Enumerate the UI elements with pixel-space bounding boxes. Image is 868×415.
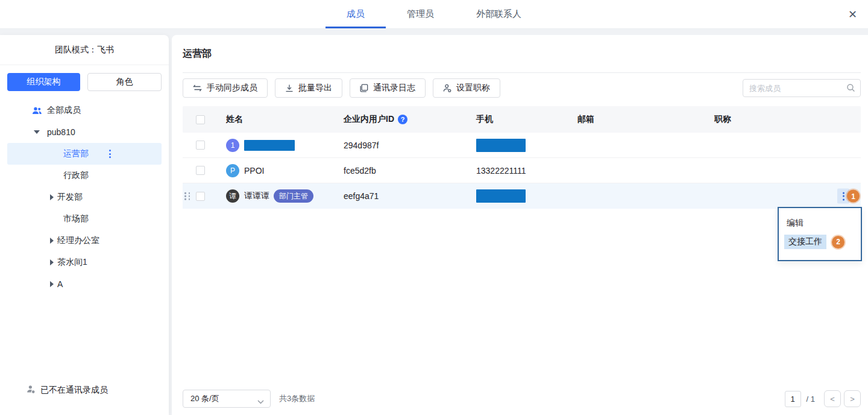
user-id-value: 294d987f [344, 141, 379, 150]
sidebar-item-tearoom1[interactable]: 茶水间1 [7, 252, 162, 273]
tab-external-contacts[interactable]: 外部联系人 [455, 0, 542, 28]
menu-item-handover-row: 交接工作 2 [784, 235, 861, 249]
table-header: 姓名 企业内用户ID ? 手机 邮箱 职称 [183, 106, 861, 133]
sidebar-item-operations-dept[interactable]: 运营部 [7, 143, 162, 165]
tree-label: 茶水间1 [57, 257, 87, 268]
active-tab-underline [326, 27, 386, 28]
user-id-value: eefg4a71 [344, 191, 379, 201]
sidebar-item-all-members[interactable]: 全部成员 [7, 100, 162, 121]
chevron-right-icon[interactable] [50, 194, 57, 200]
member-name: PPOI [244, 166, 264, 176]
header-email: 邮箱 [577, 114, 594, 125]
sidebar-item-pub810[interactable]: pub810 [7, 121, 162, 143]
close-icon[interactable]: ✕ [848, 9, 857, 20]
next-page-button[interactable]: > [844, 390, 861, 407]
menu-item-handover[interactable]: 交接工作 [784, 235, 826, 249]
total-count-label: 共3条数据 [279, 393, 315, 404]
tree-label: 经理办公室 [57, 235, 99, 246]
row-checkbox[interactable] [196, 166, 205, 175]
sidebar-item-manager-office[interactable]: 经理办公室 [7, 230, 162, 252]
redacted-name [244, 140, 295, 151]
content-area: 团队模式：飞书 组织架构 角色 全部成员 pub810 运营部 行政部 [0, 29, 868, 415]
chevron-right-icon[interactable] [50, 281, 57, 287]
page-size-select[interactable]: 20 条/页 [183, 390, 271, 408]
table-row[interactable]: 谭 谭谭谭 部门主管 eefg4a71 1 [183, 183, 861, 209]
table-row[interactable]: 1 294d987f [183, 133, 861, 158]
search-icon [846, 83, 855, 95]
chevron-down-icon[interactable] [31, 130, 42, 134]
org-tree: 全部成员 pub810 运营部 行政部 开发部 市场部 [0, 100, 169, 295]
pager: / 1 < > [785, 390, 861, 407]
chevron-right-icon[interactable] [50, 259, 57, 265]
sidebar: 团队模式：飞书 组织架构 角色 全部成员 pub810 运营部 行政部 [0, 35, 169, 415]
team-mode-label: 团队模式：飞书 [0, 35, 169, 65]
tab-admins[interactable]: 管理员 [386, 0, 455, 28]
tree-label: 市场部 [63, 214, 89, 224]
tab-members[interactable]: 成员 [326, 0, 386, 28]
annotation-badge-1: 1 [847, 190, 860, 203]
sidebar-item-admin-dept[interactable]: 行政部 [7, 165, 162, 186]
batch-export-button[interactable]: 批量导出 [275, 78, 342, 98]
members-table: 姓名 企业内用户ID ? 手机 邮箱 职称 1 294d987f [183, 106, 861, 209]
header-job-title: 职称 [714, 114, 731, 125]
tree-label: A [57, 279, 63, 289]
row-checkbox[interactable] [196, 141, 205, 150]
manual-sync-label: 手动同步成员 [207, 83, 257, 93]
main-panel: 运营部 手动同步成员 批量导出 通讯录日志 [172, 35, 868, 415]
tab-bar: 成员 管理员 外部联系人 [326, 0, 542, 28]
document-log-icon [360, 84, 368, 92]
dept-manager-badge: 部门主管 [274, 189, 313, 203]
help-icon[interactable]: ? [398, 115, 407, 124]
manual-sync-button[interactable]: 手动同步成员 [183, 78, 268, 98]
person-settings-icon [443, 84, 451, 92]
phone-value: 13322221111 [476, 166, 526, 176]
contacts-log-button[interactable]: 通讯录日志 [350, 78, 426, 98]
row-checkbox[interactable] [196, 192, 205, 201]
contacts-log-label: 通讯录日志 [373, 83, 415, 93]
tab-members-label: 成员 [347, 8, 365, 20]
org-structure-button[interactable]: 组织架构 [7, 73, 80, 91]
drag-handle-icon[interactable] [184, 192, 191, 200]
tree-label: 开发部 [57, 192, 83, 203]
member-name: 谭谭谭 [244, 191, 269, 201]
chevron-down-icon [257, 397, 264, 406]
table-row[interactable]: P PPOI fce5d2fb 13322221111 [183, 158, 861, 183]
person-off-icon [27, 385, 36, 396]
chevron-right-icon[interactable] [50, 238, 57, 244]
more-icon[interactable] [109, 150, 111, 158]
download-icon [285, 84, 294, 92]
page-title-row: 运营部 [183, 35, 861, 73]
removed-members-label: 已不在通讯录成员 [40, 385, 108, 396]
sync-icon [193, 84, 202, 92]
set-job-title-label: 设置职称 [456, 83, 490, 93]
set-job-title-button[interactable]: 设置职称 [433, 78, 500, 98]
select-all-checkbox[interactable] [196, 115, 205, 124]
header-phone: 手机 [476, 114, 493, 125]
sidebar-item-dev-dept[interactable]: 开发部 [7, 186, 162, 208]
redacted-phone [476, 189, 526, 203]
role-button[interactable]: 角色 [87, 73, 162, 91]
sidebar-item-removed-members[interactable]: 已不在通讯录成员 [27, 385, 108, 396]
avatar: 谭 [226, 189, 239, 203]
redacted-phone [476, 139, 526, 152]
annotation-badge-2: 2 [832, 236, 844, 249]
tree-label: 行政部 [63, 170, 89, 181]
page-number-input[interactable] [785, 391, 801, 407]
avatar: P [226, 164, 239, 177]
menu-item-edit[interactable]: 编辑 [787, 218, 861, 229]
tree-label: 全部成员 [47, 105, 81, 116]
table-footer: 20 条/页 共3条数据 / 1 < > [183, 390, 861, 408]
prev-page-button[interactable]: < [824, 390, 841, 407]
search-input[interactable] [743, 79, 861, 97]
people-icon [31, 106, 42, 115]
more-icon [843, 192, 844, 200]
sidebar-item-marketing-dept[interactable]: 市场部 [7, 208, 162, 230]
sidebar-item-a[interactable]: A [7, 273, 162, 295]
tab-admins-label: 管理员 [407, 8, 434, 20]
tab-external-label: 外部联系人 [476, 8, 521, 20]
row-actions: 1 [837, 189, 860, 204]
page-title: 运营部 [183, 48, 212, 60]
page-size-value: 20 条/页 [190, 393, 219, 404]
avatar: 1 [226, 139, 239, 152]
batch-export-label: 批量导出 [298, 83, 332, 93]
